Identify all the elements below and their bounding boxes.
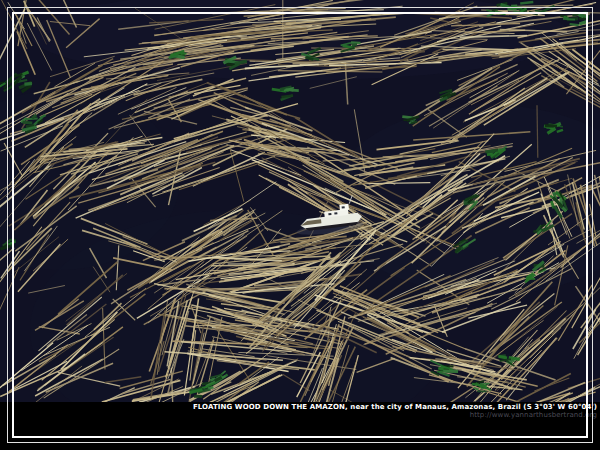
photo-canvas: [0, 0, 600, 402]
aerial-photograph: [0, 0, 600, 402]
caption-bar: FLOATING WOOD DOWN THE AMAZON, near the …: [0, 402, 600, 450]
photographer-url: http://www.yannarthusbertrand.org: [0, 411, 597, 419]
desktop-wallpaper: FLOATING WOOD DOWN THE AMAZON, near the …: [0, 0, 600, 450]
photo-caption: FLOATING WOOD DOWN THE AMAZON, near the …: [0, 403, 597, 411]
